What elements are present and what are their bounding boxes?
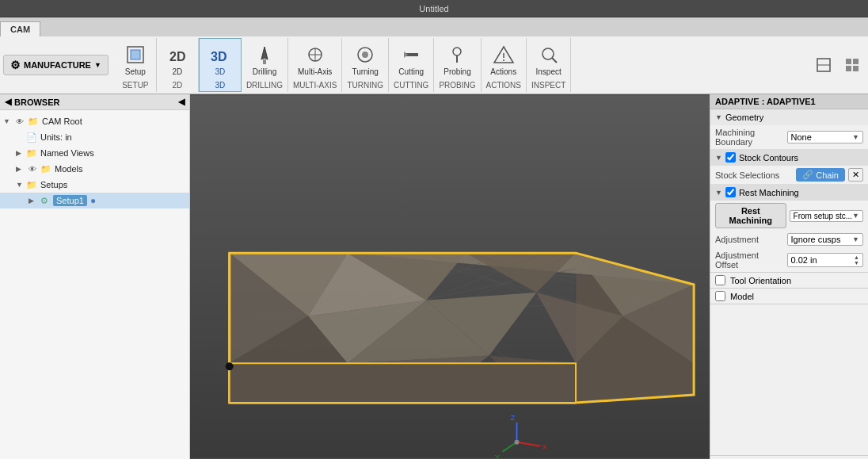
2d-buttons: 2D 2D bbox=[162, 40, 193, 78]
drilling-label: Drilling bbox=[253, 67, 277, 76]
chain-icon: 🔗 bbox=[802, 170, 813, 180]
spinner-down[interactable]: ▼ bbox=[854, 260, 859, 266]
machining-boundary-select[interactable]: None ▼ bbox=[787, 131, 864, 143]
spinner-buttons: ▲ ▼ bbox=[854, 254, 859, 266]
probing-button[interactable]: Probing bbox=[440, 40, 474, 78]
tree-item-setup1[interactable]: ▶ ⚙ Setup1 ● bbox=[0, 193, 189, 208]
setups-arrow: ▼ bbox=[16, 181, 25, 189]
browser-back-arrow[interactable]: ◀ bbox=[5, 97, 11, 107]
3d-model-svg: Z X Y bbox=[190, 94, 710, 459]
svg-marker-4 bbox=[261, 47, 268, 59]
svg-text:X: X bbox=[542, 442, 547, 451]
geometry-section-header[interactable]: ▼ Geometry bbox=[710, 109, 868, 125]
svg-text:3D: 3D bbox=[211, 50, 227, 63]
browser-collapse[interactable]: ◀ bbox=[178, 97, 185, 107]
probing-icon bbox=[444, 42, 470, 67]
models-label: Models bbox=[55, 164, 82, 174]
chain-button[interactable]: 🔗 Chain bbox=[796, 168, 845, 182]
extra-btn-1[interactable] bbox=[811, 54, 836, 76]
cutting-button[interactable]: Cutting bbox=[395, 40, 427, 78]
stock-selections-label: Stock Selections bbox=[715, 170, 793, 180]
stock-close-button[interactable]: ✕ bbox=[848, 168, 863, 182]
setup-button[interactable]: Setup bbox=[120, 40, 151, 78]
machining-boundary-value: None bbox=[791, 132, 812, 142]
right-toolbar-icons bbox=[811, 54, 865, 76]
3d-button[interactable]: 3D 3D bbox=[204, 40, 236, 78]
setup-icon bbox=[123, 42, 148, 67]
tree-item-models[interactable]: ▶ 👁 📁 Models bbox=[0, 161, 189, 177]
cam-tab[interactable]: CAM bbox=[0, 21, 40, 36]
cam-root-eye[interactable]: 👁 bbox=[14, 116, 25, 127]
from-setup-value: From setup stc... bbox=[794, 212, 852, 220]
cutting-buttons: Cutting bbox=[395, 40, 427, 78]
model-section: Model bbox=[710, 289, 868, 304]
actions-label: Actions bbox=[490, 67, 516, 76]
extra-icon-1 bbox=[814, 55, 833, 75]
cam-root-icon: 📁 bbox=[27, 115, 40, 128]
setup1-arrow: ▶ bbox=[29, 197, 38, 205]
browser-title: BROWSER bbox=[14, 98, 59, 107]
toolbar-group-drilling: Drilling DRILLING bbox=[242, 38, 288, 92]
tree-item-cam-root[interactable]: ▼ 👁 📁 CAM Root bbox=[0, 113, 189, 129]
extra-icon-2 bbox=[843, 55, 862, 75]
turning-button[interactable]: Turning bbox=[348, 40, 382, 78]
right-panel: ADAPTIVE : ADAPTIVE1 ▼ Geometry Machinin… bbox=[710, 94, 868, 459]
rest-machining-section-label: Rest Machining bbox=[739, 188, 799, 197]
setup-buttons: Setup bbox=[120, 40, 151, 78]
adjustment-value: Ignore cusps bbox=[791, 235, 841, 244]
adjustment-offset-input[interactable]: 0.02 in ▲ ▼ bbox=[787, 253, 864, 267]
models-arrow: ▶ bbox=[16, 165, 25, 173]
geometry-label: Geometry bbox=[725, 113, 763, 122]
stock-contours-arrow: ▼ bbox=[715, 154, 722, 162]
tree-item-named-views[interactable]: ▶ 📁 Named Views bbox=[0, 145, 189, 161]
svg-point-18 bbox=[542, 48, 554, 59]
machining-boundary-label: Machining Boundary bbox=[715, 128, 784, 147]
cutting-label: Cutting bbox=[398, 67, 424, 76]
tool-orientation-checkbox[interactable] bbox=[715, 275, 725, 285]
toolbar-area: CAM ⚙ MANUFACTURE ▼ Setup SETUP bbox=[0, 17, 868, 94]
svg-rect-24 bbox=[846, 66, 851, 71]
rest-machining-button[interactable]: Rest Machining bbox=[715, 203, 786, 228]
multiaxis-button[interactable]: Multi-Axis bbox=[295, 40, 335, 78]
adjustment-offset-row: Adjustment Offset 0.02 in ▲ ▼ bbox=[710, 248, 868, 272]
drilling-button[interactable]: Drilling bbox=[249, 40, 280, 78]
extra-btn-2[interactable] bbox=[839, 54, 865, 76]
app-title: Untitled bbox=[419, 4, 448, 13]
inspect-buttons: Inspect bbox=[533, 40, 565, 78]
model-checkbox[interactable] bbox=[715, 291, 725, 301]
adjustment-select[interactable]: Ignore cusps ▼ bbox=[787, 233, 864, 246]
inspect-button[interactable]: Inspect bbox=[533, 40, 565, 78]
rest-machining-checkbox[interactable] bbox=[725, 187, 736, 197]
tool-orientation-section: Tool Orientation bbox=[710, 273, 868, 289]
stock-contours-header[interactable]: ▼ Stock Contours bbox=[710, 149, 868, 166]
models-icon: 📁 bbox=[40, 163, 52, 175]
svg-point-17 bbox=[503, 59, 504, 61]
models-eye[interactable]: 👁 bbox=[27, 163, 38, 174]
manufacture-button[interactable]: ⚙ MANUFACTURE ▼ bbox=[3, 55, 108, 75]
svg-text:Z: Z bbox=[511, 413, 516, 422]
cutting-icon bbox=[398, 42, 424, 67]
panel-title-bar: ADAPTIVE : ADAPTIVE1 bbox=[710, 94, 868, 109]
rest-machining-header[interactable]: ▼ Rest Machining bbox=[710, 184, 868, 201]
cam-root-arrow: ▼ bbox=[3, 117, 13, 125]
viewport[interactable]: Z X Y bbox=[190, 94, 710, 459]
stock-contours-checkbox[interactable] bbox=[725, 152, 736, 163]
toolbar-group-actions: Actions ACTIONS bbox=[482, 38, 527, 92]
setup1-visibility-icon[interactable]: ● bbox=[90, 195, 96, 206]
svg-rect-22 bbox=[846, 59, 851, 64]
svg-rect-23 bbox=[853, 59, 858, 64]
tree-item-setups[interactable]: ▼ 📁 Setups bbox=[0, 177, 189, 193]
setup-label: Setup bbox=[125, 67, 146, 76]
2d-group-label: 2D bbox=[172, 81, 182, 90]
drilling-icon bbox=[252, 42, 277, 67]
inspect-label: Inspect bbox=[536, 67, 562, 76]
panel-title: ADAPTIVE : ADAPTIVE1 bbox=[715, 97, 816, 106]
spinner-up[interactable]: ▲ bbox=[854, 254, 859, 260]
3d-label: 3D bbox=[215, 67, 225, 76]
panel-footer: ℹ OK Cancel bbox=[710, 455, 868, 459]
from-setup-select[interactable]: From setup stc... ▼ bbox=[790, 210, 863, 222]
actions-button[interactable]: Actions bbox=[487, 40, 520, 78]
2d-button[interactable]: 2D 2D bbox=[162, 40, 193, 78]
tree-item-units[interactable]: 📄 Units: in bbox=[0, 129, 189, 145]
toolbar-group-2d: 2D 2D 2D bbox=[157, 38, 199, 92]
